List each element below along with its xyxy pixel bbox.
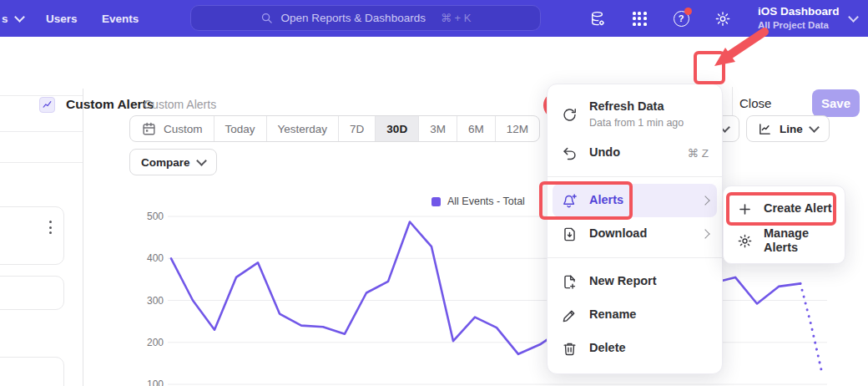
sidebar-card[interactable] xyxy=(0,206,64,265)
menu-item-shortcut: ⌘ Z xyxy=(688,146,709,160)
menu-item-download[interactable]: Download xyxy=(548,217,722,251)
menu-item-manage-alerts[interactable]: Manage Alerts xyxy=(724,225,845,256)
download-icon xyxy=(561,226,578,242)
chevron-down-icon xyxy=(14,12,25,23)
date-range-30d[interactable]: 30D xyxy=(375,116,418,141)
legend-swatch xyxy=(431,197,441,206)
save-button[interactable]: Save xyxy=(812,89,860,117)
notification-dot xyxy=(684,8,692,15)
sidebar-card[interactable] xyxy=(0,357,64,386)
date-range-3m[interactable]: 3M xyxy=(418,116,457,141)
menu-item-label: Manage Alerts xyxy=(764,226,832,256)
top-nav-bar: s Users Events Open Reports & Dashboards… xyxy=(0,0,868,37)
project-selector[interactable]: iOS Dashboard All Project Data xyxy=(758,0,857,37)
menu-item-label: Create Alert xyxy=(764,201,832,216)
help-icon[interactable]: ? xyxy=(673,10,689,27)
divider xyxy=(732,87,733,115)
date-range-today[interactable]: Today xyxy=(214,116,266,141)
date-range-12m[interactable]: 12M xyxy=(495,116,539,141)
chevron-right-icon xyxy=(700,229,709,238)
sidebar-divider xyxy=(83,89,83,386)
search-placeholder: Open Reports & Dashboards xyxy=(281,12,426,24)
project-name: iOS Dashboard xyxy=(758,5,840,19)
search-icon xyxy=(260,12,273,24)
nav-icon-group: ? xyxy=(589,0,731,37)
project-scope: All Project Data xyxy=(758,19,840,31)
more-options-menu: Refresh DataData from 1 min agoUndo⌘ ZAl… xyxy=(547,84,723,374)
apps-grid-icon[interactable] xyxy=(631,10,648,27)
menu-item-subtext: Data from 1 min ago xyxy=(589,117,684,130)
settings-gear-icon[interactable] xyxy=(714,10,731,27)
date-range-yesterday[interactable]: Yesterday xyxy=(266,116,339,141)
nav-item-partial[interactable]: s xyxy=(2,0,23,37)
report-header: Custom Alerts Custom Alerts GV Duplicate… xyxy=(0,37,868,89)
search-input[interactable]: Open Reports & Dashboards ⌘ + K xyxy=(190,5,541,31)
menu-item-label: New Report xyxy=(589,274,657,288)
breadcrumb: Custom Alerts xyxy=(144,98,216,111)
new-report-icon xyxy=(561,273,578,290)
menu-item-undo[interactable]: Undo⌘ Z xyxy=(548,136,722,170)
page-title: Custom Alerts xyxy=(66,97,154,112)
y-axis-tick: 500 xyxy=(125,211,164,222)
menu-item-alerts[interactable]: Alerts xyxy=(553,184,717,217)
chart-type-button[interactable]: Line xyxy=(746,115,830,142)
menu-item-label: Alerts xyxy=(589,193,623,207)
undo-icon xyxy=(561,145,578,161)
line-chart-icon xyxy=(758,122,772,136)
y-axis-tick: 300 xyxy=(125,295,164,307)
y-axis-tick: 100 xyxy=(125,378,164,386)
menu-item-label: Rename xyxy=(589,307,636,322)
menu-item-create-alert[interactable]: Create Alert xyxy=(724,193,845,225)
chevron-down-icon xyxy=(809,122,820,133)
date-range-7d[interactable]: 7D xyxy=(338,116,375,141)
menu-item-delete[interactable]: Delete xyxy=(548,332,722,365)
legend-label: All Events - Total xyxy=(447,196,525,207)
compare-button[interactable]: Compare xyxy=(129,149,217,175)
bell-plus-icon xyxy=(561,192,578,209)
date-range-custom[interactable]: Custom xyxy=(130,116,214,141)
chart-legend[interactable]: All Events - Total xyxy=(431,196,525,207)
chevron-down-icon xyxy=(196,155,207,166)
date-range-6m[interactable]: 6M xyxy=(457,116,495,141)
sidebar-card[interactable] xyxy=(0,276,64,310)
report-type-icon xyxy=(39,97,55,113)
data-source-icon[interactable] xyxy=(589,10,606,27)
alerts-submenu: Create AlertManage Alerts xyxy=(723,185,845,264)
calendar-icon xyxy=(141,121,157,137)
menu-item-label: Undo xyxy=(589,145,620,160)
menu-item-label: Download xyxy=(589,226,647,241)
refresh-icon xyxy=(561,106,578,123)
y-axis-tick: 400 xyxy=(125,252,164,264)
menu-item-label: Delete xyxy=(589,341,626,355)
menu-item-label: Refresh Data xyxy=(589,99,684,114)
trash-icon xyxy=(561,340,578,357)
date-range-segmented-control: CustomTodayYesterday7D30D3M6M12M xyxy=(129,115,540,142)
pencil-icon xyxy=(561,307,578,323)
menu-item-new-report[interactable]: New Report xyxy=(548,265,722,298)
menu-divider xyxy=(548,176,722,177)
menu-item-refresh[interactable]: Refresh DataData from 1 min ago xyxy=(548,93,722,136)
chevron-down-icon xyxy=(848,12,859,23)
menu-item-rename[interactable]: Rename xyxy=(548,298,722,332)
app-window: 500400300200100 s Users Events Open Repo… xyxy=(0,0,868,386)
nav-item-users[interactable]: Users xyxy=(46,0,78,37)
kebab-menu-icon[interactable] xyxy=(49,221,52,234)
plus-icon xyxy=(736,201,753,217)
nav-partial-label: s xyxy=(2,13,8,25)
menu-divider xyxy=(548,257,722,258)
close-button[interactable]: Close xyxy=(739,96,771,110)
search-shortcut: ⌘ + K xyxy=(441,12,472,24)
chevron-right-icon xyxy=(700,196,709,205)
gear-icon xyxy=(736,232,753,249)
nav-item-events[interactable]: Events xyxy=(102,0,139,37)
y-axis-tick: 200 xyxy=(125,337,164,348)
